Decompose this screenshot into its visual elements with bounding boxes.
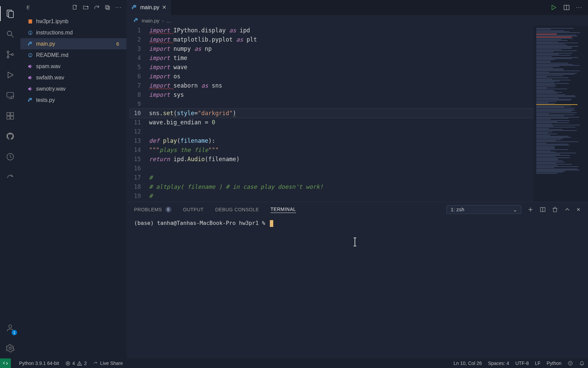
svg-point-29 bbox=[30, 33, 30, 34]
accounts-badge: 1 bbox=[12, 330, 17, 335]
code-line: 9 bbox=[130, 99, 534, 109]
editor-more-icon[interactable]: ··· bbox=[576, 4, 583, 11]
collapse-all-icon[interactable] bbox=[104, 4, 111, 11]
more-icon[interactable]: ··· bbox=[115, 4, 122, 11]
panel-tab-problems[interactable]: PROBLEMS 6 bbox=[134, 206, 172, 213]
kill-terminal-icon[interactable] bbox=[552, 206, 558, 213]
problems-badge: 6 bbox=[165, 206, 172, 213]
code-line: 3import numpy as np bbox=[130, 44, 534, 53]
file-item-spam-wav[interactable]: spam.wav bbox=[20, 61, 127, 72]
code-line: 19# bbox=[130, 191, 534, 201]
audio-file-icon bbox=[27, 64, 34, 69]
file-item-tests-py[interactable]: tests.py bbox=[20, 94, 127, 106]
breadcrumbs[interactable]: main.py › ... bbox=[127, 15, 588, 26]
panel: PROBLEMS 6 OUTPUT DEBUG CONSOLE TERMINAL… bbox=[127, 202, 588, 358]
file-item-main-py[interactable]: main.py 6 bbox=[20, 38, 127, 49]
file-label: spam.wav bbox=[36, 63, 122, 70]
svg-marker-37 bbox=[552, 5, 556, 10]
new-folder-icon[interactable] bbox=[83, 4, 89, 11]
share-icon[interactable] bbox=[0, 167, 20, 187]
remote-explorer-icon[interactable] bbox=[0, 85, 20, 106]
svg-point-52 bbox=[569, 362, 570, 363]
code-line: 4import time bbox=[130, 53, 534, 63]
status-encoding[interactable]: UTF-8 bbox=[515, 361, 529, 366]
split-terminal-icon[interactable] bbox=[540, 206, 546, 213]
svg-point-50 bbox=[79, 364, 80, 365]
svg-point-51 bbox=[568, 361, 572, 365]
svg-rect-12 bbox=[7, 116, 10, 119]
status-liveshare[interactable]: Live Share bbox=[93, 361, 123, 366]
status-bar: Python 3.9.1 64-bit 4 2 Live Share Ln 10… bbox=[0, 358, 588, 368]
code-editor[interactable]: 1import IPython.display as ipd2import ma… bbox=[127, 26, 534, 201]
svg-point-4 bbox=[7, 51, 9, 53]
panel-tab-terminal[interactable]: TERMINAL bbox=[271, 206, 296, 213]
text-caret-icon bbox=[355, 238, 355, 246]
svg-point-36 bbox=[133, 5, 134, 6]
file-item-instructions-md[interactable]: instructions.md bbox=[20, 27, 127, 38]
github-icon[interactable] bbox=[0, 126, 20, 147]
file-item-hw3pr1-ipynb[interactable]: hw3pr1.ipynb bbox=[20, 16, 127, 27]
panel-tab-terminal-label: TERMINAL bbox=[271, 206, 296, 212]
code-line: 15 return ipd.Audio(filename) bbox=[130, 155, 534, 164]
panel-tab-problems-label: PROBLEMS bbox=[134, 207, 162, 212]
svg-point-17 bbox=[9, 347, 12, 350]
python-file-icon bbox=[27, 41, 34, 47]
status-bell-icon[interactable] bbox=[579, 361, 585, 366]
panel-tab-debug[interactable]: DEBUG CONSOLE bbox=[215, 207, 259, 212]
explorer-icon[interactable] bbox=[0, 3, 20, 24]
remote-indicator[interactable] bbox=[0, 358, 11, 368]
code-line: 7import seaborn as sns bbox=[130, 81, 534, 90]
maximize-panel-icon[interactable] bbox=[564, 206, 570, 213]
timeline-icon[interactable] bbox=[0, 147, 20, 167]
file-item-README-md[interactable]: README.md bbox=[20, 49, 127, 61]
status-interpreter[interactable]: Python 3.9.1 64-bit bbox=[19, 361, 59, 366]
status-spaces[interactable]: Spaces: 4 bbox=[488, 361, 509, 366]
code-line: 17# bbox=[130, 173, 534, 182]
svg-marker-7 bbox=[8, 72, 13, 78]
settings-gear-icon[interactable] bbox=[0, 338, 20, 358]
svg-rect-14 bbox=[11, 112, 14, 116]
new-file-icon[interactable] bbox=[72, 4, 78, 11]
file-label: main.py bbox=[36, 41, 116, 47]
tab-label: main.py bbox=[140, 4, 159, 11]
svg-point-53 bbox=[571, 362, 571, 363]
file-label: swnotry.wav bbox=[36, 86, 122, 92]
code-line: 1import IPython.display as ipd bbox=[130, 26, 534, 35]
svg-line-3 bbox=[11, 35, 14, 37]
accounts-icon[interactable]: 1 bbox=[0, 318, 20, 338]
status-eol[interactable]: LF bbox=[535, 361, 540, 366]
close-panel-icon[interactable]: ✕ bbox=[576, 207, 581, 212]
editor-tabs: main.py ✕ ··· bbox=[127, 0, 588, 15]
breadcrumb-file: main.py bbox=[142, 18, 160, 24]
md-file-icon bbox=[27, 30, 34, 35]
code-line: 11wave.big_endian = 0 bbox=[130, 118, 534, 127]
status-feedback-icon[interactable] bbox=[568, 361, 573, 366]
code-line: 2import matplotlib.pyplot as plt bbox=[130, 35, 534, 44]
file-item-swnotry-wav[interactable]: swnotry.wav bbox=[20, 83, 127, 94]
panel-tab-debug-label: DEBUG CONSOLE bbox=[215, 207, 259, 212]
terminal[interactable]: (base) tanha@Tanhas-MacBook-Pro hw3pr1 % bbox=[127, 217, 588, 358]
svg-rect-1 bbox=[9, 11, 13, 18]
python-file-icon bbox=[131, 4, 137, 11]
status-lang[interactable]: Python bbox=[546, 361, 561, 366]
run-file-icon[interactable] bbox=[550, 4, 557, 11]
svg-point-2 bbox=[7, 31, 12, 35]
search-icon[interactable] bbox=[0, 24, 20, 44]
close-tab-icon[interactable]: ✕ bbox=[162, 4, 166, 11]
source-control-icon[interactable] bbox=[0, 44, 20, 65]
run-debug-icon[interactable] bbox=[0, 65, 20, 85]
status-lncol[interactable]: Ln 10, Col 26 bbox=[454, 361, 482, 366]
terminal-select[interactable]: 1: zsh bbox=[446, 205, 521, 214]
file-item-swfaith-wav[interactable]: swfaith.wav bbox=[20, 72, 127, 83]
code-line: 6import os bbox=[130, 72, 534, 81]
new-terminal-icon[interactable] bbox=[527, 206, 534, 213]
split-editor-icon[interactable] bbox=[563, 4, 570, 11]
minimap[interactable] bbox=[534, 26, 588, 202]
tab-main-py[interactable]: main.py ✕ bbox=[127, 0, 171, 15]
status-problems[interactable]: 4 2 bbox=[65, 361, 87, 366]
panel-tab-output[interactable]: OUTPUT bbox=[183, 207, 204, 212]
file-label: tests.py bbox=[36, 97, 122, 103]
audio-file-icon bbox=[27, 75, 34, 80]
refresh-icon[interactable] bbox=[94, 4, 100, 11]
extensions-icon[interactable] bbox=[0, 106, 20, 126]
